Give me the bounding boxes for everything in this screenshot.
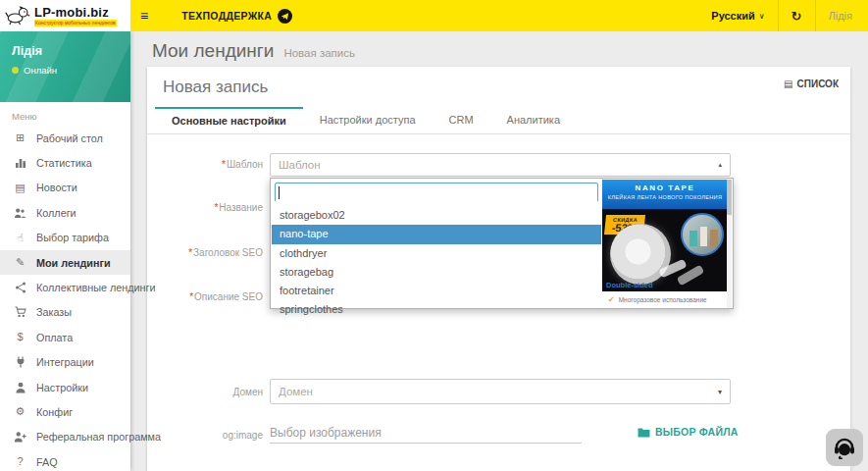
sidebar-item-label: Коллеги — [36, 207, 77, 219]
language-dropdown[interactable]: Русский ∨ — [711, 10, 764, 22]
breadcrumb: Мои лендинги Новая запись — [130, 31, 868, 62]
sidebar-item-label: Статистика — [36, 157, 92, 169]
sidebar-item-label: FAQ — [36, 456, 58, 468]
sidebar-item-label: Оплата — [36, 332, 73, 343]
template-select[interactable]: Шаблон ▴ — [270, 153, 731, 177]
header-username[interactable]: Лідія — [829, 10, 852, 22]
dropdown-options-list: storagebox02nano-tapeclothdryerstorageba… — [272, 206, 601, 320]
tab[interactable]: Аналитика — [490, 107, 577, 133]
preview-feature-row: ✔ Многоразовое использование — [602, 291, 728, 308]
chevron-down-icon: ∨ — [759, 12, 765, 21]
dropdown-option[interactable]: nano-tape — [272, 225, 601, 243]
sidebar-item-label: Заказы — [36, 306, 72, 318]
check-icon: ✔ — [608, 295, 615, 304]
sidebar: Лідія Онлайн Меню ⊞Рабочий столСтатистик… — [0, 31, 130, 471]
tabs-bar: Основные настройкиНастройки доступаCRMАн… — [147, 107, 850, 134]
telegram-icon — [278, 9, 292, 24]
list-button[interactable]: ▤ СПИСОК — [784, 78, 839, 89]
hamburger-icon[interactable]: ≡ — [140, 8, 148, 24]
sidebar-item-share[interactable]: Коллективные лендинги — [0, 275, 130, 299]
domain-select[interactable]: Домен ▾ — [270, 379, 731, 404]
dropdown-search-input[interactable] — [276, 184, 597, 202]
sidebar-item-dollar[interactable]: $Оплата — [0, 325, 130, 349]
dog-logo-icon — [5, 5, 30, 26]
dropdown-option[interactable]: storagebag — [272, 263, 601, 282]
question-icon: ? — [13, 456, 27, 467]
online-status-dot — [12, 67, 19, 74]
sidebar-item-gear[interactable]: ⚙Конфиг — [0, 399, 130, 424]
dropdown-option[interactable]: clothdryer — [272, 244, 601, 263]
header-bar: ≡ ТЕХПОДДЕРЖКА Русский ∨ ↻ Лідія — [130, 0, 868, 31]
chevron-down-icon: ▾ — [718, 388, 722, 396]
support-button[interactable]: ТЕХПОДДЕРЖКА — [181, 9, 292, 24]
sidebar-item-news[interactable]: ▤Новости — [0, 176, 130, 200]
app-window: LP-mobi.biz Конструктор мобильных лендин… — [0, 0, 868, 471]
tab[interactable]: Основные настройки — [155, 107, 303, 133]
tab[interactable]: CRM — [433, 107, 490, 133]
required-mark: * — [188, 247, 192, 258]
preview-caption: Double-sided — [606, 281, 653, 289]
choose-file-button[interactable]: ВЫБОР ФАЙЛА — [638, 426, 738, 438]
sidebar-item-person[interactable]: Настройки — [0, 375, 130, 399]
ogimage-field-wrap — [270, 422, 582, 444]
field-label: *Название — [147, 202, 263, 213]
dropdown-option[interactable]: storagebox02 — [272, 206, 601, 225]
list-button-label: СПИСОК — [797, 78, 839, 89]
logo-title: LP-mobi.biz — [34, 6, 117, 19]
dropdown-search-wrap — [275, 183, 598, 202]
template-dropdown-panel: storagebox02nano-tapeclothdryerstorageba… — [270, 178, 734, 309]
sidebar-item-landings[interactable]: ✎Мои лендинги — [0, 250, 130, 275]
card-title: Новая запись — [163, 78, 268, 97]
sidebar-item-cart[interactable]: Заказы — [0, 300, 130, 325]
sidebar-item-users[interactable]: Коллеги — [0, 200, 130, 225]
sidebar-item-desktop[interactable]: ⊞Рабочий стол — [0, 126, 130, 150]
landings-icon: ✎ — [13, 257, 27, 268]
sidebar-item-tariff[interactable]: ☝Выбор тарифа — [0, 226, 130, 250]
tab[interactable]: Настройки доступа — [303, 107, 433, 133]
preview-feature-label: Многоразовое использование — [619, 296, 707, 303]
users-icon — [13, 207, 27, 219]
sidebar-item-label: Конфиг — [36, 406, 73, 418]
gear-icon: ⚙ — [13, 406, 27, 417]
cart-icon — [13, 306, 27, 318]
refresh-icon[interactable]: ↻ — [791, 9, 802, 24]
support-label: ТЕХПОДДЕРЖКА — [181, 10, 272, 22]
sidebar-item-label: Настройки — [36, 382, 88, 393]
sidebar-item-plug[interactable]: Интеграции — [0, 350, 130, 375]
required-mark: * — [189, 291, 193, 302]
field-label: og:image — [147, 430, 263, 441]
desktop-icon: ⊞ — [13, 132, 27, 143]
sidebar-menu: ⊞Рабочий столСтатистика▤НовостиКоллеги☝В… — [0, 126, 130, 471]
dropdown-scrollbar[interactable] — [727, 180, 732, 308]
required-mark: * — [222, 159, 226, 170]
main-area: Мои лендинги Новая запись Новая запись ▤… — [130, 31, 868, 471]
ogimage-input[interactable] — [270, 422, 582, 443]
field-label: *Шаблон — [147, 159, 263, 170]
content-card: Новая запись ▤ СПИСОК Основные настройки… — [147, 67, 850, 471]
required-mark: * — [214, 202, 218, 213]
preview-inset-photo — [681, 213, 724, 256]
person-plus-icon — [13, 431, 27, 443]
sidebar-item-label: Интеграции — [36, 356, 94, 368]
support-chat-widget[interactable] — [826, 429, 863, 466]
dropdown-option[interactable]: springclothes — [272, 300, 601, 319]
language-label: Русский — [711, 10, 754, 22]
sidebar-item-person-plus[interactable]: Реферальная программа — [0, 425, 130, 449]
sidebar-user-panel: Лідія Онлайн — [0, 31, 130, 102]
share-icon — [13, 282, 27, 293]
dropdown-option[interactable]: footretainer — [272, 282, 601, 300]
preview-product-area: СКИДКА -53% Double-sided — [602, 209, 728, 291]
header-divider — [815, 0, 816, 31]
sidebar-item-label: Коллективные лендинги — [36, 282, 155, 293]
logo[interactable]: LP-mobi.biz Конструктор мобильных лендин… — [0, 0, 130, 31]
template-select-placeholder: Шаблон — [279, 159, 718, 171]
preview-subtitle: КЛЕЙКАЯ ЛЕНТА НОВОГО ПОКОЛЕНИЯ — [602, 194, 728, 200]
dollar-icon: $ — [13, 332, 27, 342]
field-label: Домен — [147, 387, 263, 397]
sidebar-item-question[interactable]: ?FAQ — [0, 449, 130, 471]
folder-icon — [638, 427, 650, 438]
tariff-icon: ☝ — [13, 233, 27, 243]
sidebar-item-stats[interactable]: Статистика — [0, 150, 130, 175]
template-preview-image[interactable]: NANO TAPE КЛЕЙКАЯ ЛЕНТА НОВОГО ПОКОЛЕНИЯ… — [602, 180, 728, 308]
sidebar-user-name: Лідія — [12, 44, 119, 58]
